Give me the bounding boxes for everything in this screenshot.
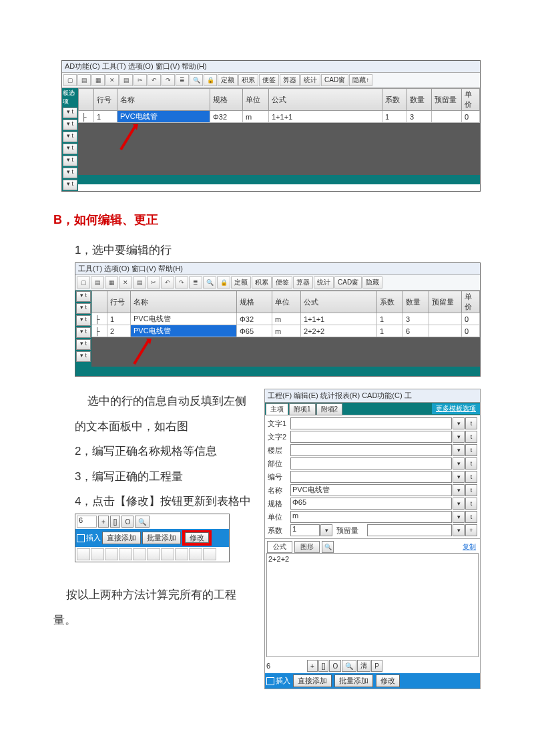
input-text1[interactable] bbox=[290, 417, 452, 429]
t-btn[interactable]: t bbox=[465, 417, 477, 429]
toolbar-icon[interactable]: ▦ bbox=[91, 74, 105, 86]
dropdown-icon[interactable]: ▾ bbox=[453, 484, 465, 496]
toolbar-icon[interactable]: ✕ bbox=[119, 276, 132, 289]
table-row[interactable]: ├ 1 PVC电线管 Φ32 m 1+1+1 1 3 0 bbox=[92, 313, 480, 325]
dropdown-icon[interactable]: ▾ bbox=[453, 457, 465, 469]
btn-tongji[interactable]: 统计 bbox=[314, 276, 334, 289]
toolbar-icon[interactable]: ▦ bbox=[105, 276, 118, 289]
toolbar-icon[interactable]: ▤ bbox=[119, 74, 133, 86]
toolbar-icon[interactable]: ✂ bbox=[147, 276, 160, 289]
btn-cad[interactable]: CAD窗 bbox=[334, 276, 362, 289]
input-code[interactable] bbox=[290, 471, 452, 483]
toolbar-icon[interactable]: ≣ bbox=[176, 74, 189, 86]
btn-hide[interactable]: 隐藏↑ bbox=[349, 74, 372, 86]
btn-suanqi[interactable]: 算器 bbox=[293, 276, 313, 289]
input-floor[interactable] bbox=[290, 444, 452, 456]
dropdown-icon[interactable]: ▾ bbox=[453, 431, 465, 443]
tool-icon[interactable] bbox=[189, 548, 202, 560]
undo-icon[interactable]: ↶ bbox=[161, 276, 174, 289]
input-reserve[interactable] bbox=[367, 524, 452, 536]
dropdown-icon[interactable]: ▾ bbox=[453, 471, 465, 483]
t-btn[interactable]: t bbox=[465, 498, 477, 510]
tool-icon[interactable] bbox=[119, 548, 132, 560]
redo-icon[interactable]: ↷ bbox=[162, 74, 175, 86]
dropdown-icon[interactable]: ▾ bbox=[453, 524, 465, 536]
input-unit[interactable]: m bbox=[290, 511, 452, 523]
tool-icon[interactable] bbox=[203, 548, 216, 560]
p-btn[interactable]: P bbox=[371, 660, 382, 672]
plus-btn[interactable]: + bbox=[465, 524, 477, 536]
stub-btn[interactable]: ▾ t bbox=[63, 108, 77, 118]
num-input[interactable]: 6 bbox=[77, 516, 97, 528]
plus-btn[interactable]: + bbox=[307, 660, 318, 672]
search-icon[interactable]: 🔍 bbox=[203, 276, 216, 289]
t-btn[interactable]: t bbox=[465, 444, 477, 456]
stub-btn[interactable]: ▾ t bbox=[76, 339, 91, 350]
btn-suanqi[interactable]: 算器 bbox=[280, 74, 300, 86]
tab-formula[interactable]: 公式 bbox=[267, 541, 292, 553]
toolbar-icon[interactable]: ✂ bbox=[134, 74, 147, 86]
lock-icon[interactable]: 🔒 bbox=[204, 74, 217, 86]
t-btn[interactable]: t bbox=[465, 511, 477, 523]
stub-btn[interactable]: ▾ t bbox=[76, 351, 91, 362]
toolbar-icon[interactable]: ▤ bbox=[133, 276, 146, 289]
insert-checkbox[interactable]: 插入 bbox=[266, 676, 290, 686]
toolbar-icon[interactable]: ▤ bbox=[77, 74, 91, 86]
bracket-btn[interactable]: [] bbox=[110, 516, 121, 528]
btn-dinge[interactable]: 定额 bbox=[231, 276, 251, 289]
search-icon[interactable]: 🔍 bbox=[190, 74, 203, 86]
stub-btn[interactable]: ▾ t bbox=[76, 291, 91, 302]
table-row[interactable]: ├ 2 PVC电线管 Φ65 m 2+2+2 1 6 0 bbox=[92, 325, 480, 337]
dropdown-icon[interactable]: ▾ bbox=[453, 417, 465, 429]
btn-tongji[interactable]: 统计 bbox=[300, 74, 320, 86]
stub-btn[interactable]: ▾ t bbox=[63, 180, 77, 190]
btn-cad[interactable]: CAD窗 bbox=[321, 74, 348, 86]
plus-btn[interactable]: + bbox=[98, 516, 109, 528]
stub-btn[interactable]: ▾ t bbox=[63, 144, 77, 154]
t-btn[interactable]: t bbox=[465, 471, 477, 483]
dropdown-icon[interactable]: ▾ bbox=[320, 524, 332, 536]
lock-icon[interactable]: 🔒 bbox=[217, 276, 230, 289]
tab-attach1[interactable]: 附项1 bbox=[289, 403, 316, 415]
insert-checkbox[interactable]: 插入 bbox=[77, 533, 101, 543]
tool-icon[interactable] bbox=[147, 548, 160, 560]
toolbar-icon[interactable]: ▤ bbox=[91, 276, 104, 289]
search-icon[interactable]: 🔍 bbox=[135, 516, 150, 528]
copy-link[interactable]: 复制 bbox=[463, 542, 479, 552]
btn-bianqian[interactable]: 便签 bbox=[259, 74, 279, 86]
btn-jilei[interactable]: 积累 bbox=[238, 74, 258, 86]
toolbar-icon[interactable]: ✕ bbox=[105, 74, 119, 86]
stub-btn[interactable]: ▾ t bbox=[76, 327, 91, 338]
tool-icon[interactable] bbox=[175, 548, 188, 560]
table-row[interactable]: ├ 1 PVC电线管 Φ32 m 1+1+1 1 3 0 bbox=[79, 111, 480, 123]
btn-hide[interactable]: 隐藏 bbox=[362, 276, 382, 289]
tool-icon[interactable] bbox=[105, 548, 118, 560]
toolbar-icon[interactable]: ▢ bbox=[63, 74, 77, 86]
input-text2[interactable] bbox=[290, 431, 452, 443]
stub-btn[interactable]: ▾ t bbox=[76, 303, 91, 314]
tab-graphic[interactable]: 图形 bbox=[294, 541, 320, 553]
input-coef[interactable]: 1 bbox=[290, 524, 320, 536]
clear-btn[interactable]: 清 bbox=[357, 660, 370, 672]
tool-icon[interactable] bbox=[161, 548, 174, 560]
stub-btn[interactable]: ▾ t bbox=[63, 120, 77, 130]
input-name[interactable]: PVC电线管 bbox=[290, 484, 452, 496]
batch-add-button[interactable]: 批量添加 bbox=[334, 675, 373, 687]
toolbar-icon[interactable]: ▢ bbox=[77, 276, 90, 289]
modify-button[interactable]: 修改 bbox=[376, 675, 400, 687]
stub-btn[interactable]: ▾ t bbox=[63, 156, 77, 166]
bottom-input[interactable]: 6 bbox=[266, 662, 306, 670]
bracket-btn[interactable]: [] bbox=[318, 660, 329, 672]
direct-add-button[interactable]: 直接添加 bbox=[293, 675, 332, 687]
search-icon[interactable]: 🔍 bbox=[322, 541, 334, 553]
modify-button[interactable]: 修改 bbox=[185, 532, 209, 543]
undo-icon[interactable]: ↶ bbox=[148, 74, 161, 86]
redo-icon[interactable]: ↷ bbox=[175, 276, 188, 289]
stub-btn[interactable]: ▾ t bbox=[76, 315, 91, 326]
tool-icon[interactable] bbox=[77, 548, 90, 560]
dropdown-icon[interactable]: ▾ bbox=[453, 498, 465, 510]
input-part[interactable] bbox=[290, 457, 452, 469]
o-btn[interactable]: O bbox=[329, 660, 341, 672]
tab-attach2[interactable]: 附项2 bbox=[316, 403, 343, 415]
stub-btn[interactable]: ▾ t bbox=[63, 168, 77, 178]
